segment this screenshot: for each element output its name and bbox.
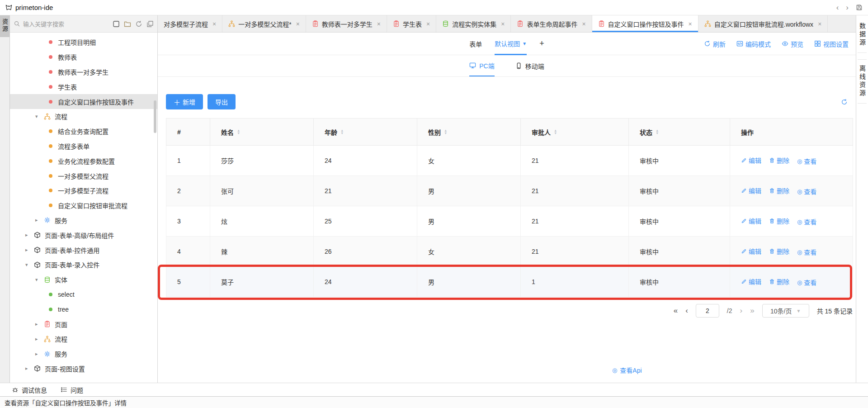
sort-icon[interactable]: ▲▼: [340, 129, 344, 135]
chevron-down-icon[interactable]: ▾: [25, 262, 32, 268]
view-link[interactable]: ◎查看: [797, 157, 816, 166]
view-link[interactable]: ◎查看: [797, 278, 816, 287]
edit-link[interactable]: 编辑: [741, 156, 761, 165]
close-icon[interactable]: ×: [818, 20, 821, 28]
prev-page-button[interactable]: ‹: [685, 306, 688, 315]
delete-link[interactable]: 删除: [769, 247, 789, 256]
close-icon[interactable]: ×: [377, 20, 381, 28]
view-link[interactable]: ◎查看: [797, 217, 816, 226]
add-view-button[interactable]: +: [539, 39, 544, 48]
tree-item[interactable]: 流程多表单: [10, 139, 157, 154]
locate-file-icon[interactable]: [113, 20, 120, 28]
tree-item-selected[interactable]: 自定义窗口操作按钮及事件: [10, 94, 157, 109]
save-icon[interactable]: [856, 4, 863, 11]
history-back-button[interactable]: ‹: [836, 4, 839, 11]
edit-link[interactable]: 编辑: [741, 216, 761, 225]
chevron-down-icon[interactable]: ▾: [35, 277, 42, 283]
tree-item[interactable]: select: [10, 287, 157, 302]
col-approver[interactable]: 审批人▲▼: [521, 119, 629, 146]
close-icon[interactable]: ×: [582, 20, 585, 28]
tab-pc[interactable]: PC端: [469, 55, 494, 76]
chevron-right-icon[interactable]: ▸: [25, 365, 32, 371]
view-api-link[interactable]: ◎ 查看Api: [612, 365, 642, 375]
editor-tab[interactable]: 自定义窗口按钮审批流程.workflowx×: [698, 15, 828, 32]
chevron-right-icon[interactable]: ▸: [25, 247, 32, 253]
delete-link[interactable]: 删除: [769, 277, 789, 286]
add-button[interactable]: ＋新增: [166, 94, 203, 109]
close-icon[interactable]: ×: [212, 20, 216, 28]
close-icon[interactable]: ×: [501, 20, 505, 28]
tree-item[interactable]: 一对多模型父流程: [10, 168, 157, 183]
delete-link[interactable]: 删除: [769, 156, 789, 165]
tree-group[interactable]: ▾页面-表单-录入控件: [10, 257, 157, 272]
last-page-button[interactable]: »: [750, 306, 754, 315]
tree-item[interactable]: 自定义窗口按钮审批流程: [10, 198, 157, 213]
sort-icon[interactable]: ▲▼: [444, 129, 447, 135]
collapse-all-icon[interactable]: [146, 20, 154, 28]
code-mode-button[interactable]: 编码模式: [736, 39, 771, 48]
resources-rail-tab[interactable]: 资源: [0, 15, 9, 37]
table-row[interactable]: 4辣26女21审核中 编辑删除◎查看: [166, 237, 853, 267]
delete-link[interactable]: 删除: [769, 216, 789, 225]
edit-link[interactable]: 编辑: [741, 186, 761, 195]
chevron-right-icon[interactable]: ▸: [35, 217, 42, 223]
tree-item[interactable]: 结合业务查询配置: [10, 124, 157, 139]
first-page-button[interactable]: «: [674, 306, 678, 315]
tree-item[interactable]: 一对多模型子流程: [10, 183, 157, 198]
delete-link[interactable]: 删除: [769, 186, 789, 195]
tree-group[interactable]: ▸页面-表单-高级/布局组件: [10, 228, 157, 242]
col-gender[interactable]: 性别▲▼: [417, 119, 521, 146]
edit-link[interactable]: 编辑: [741, 277, 761, 286]
new-folder-icon[interactable]: [124, 20, 131, 28]
editor-tab[interactable]: 教师表一对多学生×: [306, 15, 387, 32]
view-settings-button[interactable]: 视图设置: [814, 39, 849, 48]
col-age[interactable]: 年龄▲▼: [314, 119, 417, 146]
tree-item[interactable]: 工程项目明细: [10, 35, 157, 50]
sort-icon[interactable]: ▲▼: [554, 129, 557, 135]
problems-button[interactable]: 问题: [61, 385, 83, 394]
chevron-right-icon[interactable]: ▸: [35, 336, 42, 342]
table-refresh-icon[interactable]: [841, 99, 848, 105]
editor-tab-active[interactable]: 自定义窗口操作按钮及事件×: [592, 15, 698, 32]
chevron-right-icon[interactable]: ▸: [35, 351, 42, 357]
preview-button[interactable]: 预览: [782, 39, 803, 48]
col-name[interactable]: 姓名▲▼: [210, 119, 314, 146]
tree-item[interactable]: 教师表: [10, 50, 157, 65]
tree-group[interactable]: ▸页面-视图设置: [10, 361, 157, 376]
search-input[interactable]: 输入关键字搜索: [14, 19, 109, 28]
view-link[interactable]: ◎查看: [797, 187, 816, 196]
debug-info-button[interactable]: 调试信息: [12, 385, 47, 394]
tree-group[interactable]: ▸服务: [10, 213, 157, 228]
history-forward-button[interactable]: ›: [846, 4, 849, 11]
tree-item[interactable]: tree: [10, 302, 157, 317]
edit-link[interactable]: 编辑: [741, 247, 761, 256]
table-row[interactable]: 1莎莎24女21审核中 编辑删除◎查看: [166, 146, 853, 176]
refresh-tree-icon[interactable]: [135, 20, 142, 28]
tree-group[interactable]: ▸页面-表单-控件通用: [10, 242, 157, 257]
tree-group[interactable]: ▸服务: [10, 346, 157, 361]
page-input[interactable]: 2: [696, 304, 719, 318]
sort-icon[interactable]: ▲▼: [656, 129, 659, 135]
chevron-right-icon[interactable]: ▸: [25, 232, 32, 238]
tree-group[interactable]: ▸页面: [10, 317, 157, 332]
tree-item[interactable]: 教师表一对多学生: [10, 65, 157, 80]
page-size-select[interactable]: 10条/页▼: [762, 304, 809, 318]
editor-tab[interactable]: 对多模型子流程×: [158, 15, 222, 32]
sidebar-scrollbar[interactable]: [154, 100, 156, 133]
tree-item[interactable]: 业务化流程参数配置: [10, 153, 157, 168]
tree-group[interactable]: ▾流程: [10, 109, 157, 124]
editor-tab[interactable]: 表单生命周起事件×: [511, 15, 592, 32]
chevron-right-icon[interactable]: ▸: [35, 321, 42, 327]
tab-mobile[interactable]: 移动端: [515, 55, 544, 76]
table-row[interactable]: 3炫25男21审核中 编辑删除◎查看: [166, 206, 853, 237]
view-link[interactable]: ◎查看: [797, 247, 816, 256]
editor-tab[interactable]: 流程实例实体集×: [436, 15, 511, 32]
table-row-highlighted[interactable]: 5莫子24男1审核中 编辑删除◎查看: [166, 267, 853, 297]
refresh-button[interactable]: 刷新: [704, 39, 726, 48]
sort-icon[interactable]: ▲▼: [237, 129, 240, 135]
tree-group[interactable]: ▸流程: [10, 332, 157, 346]
next-page-button[interactable]: ›: [740, 306, 743, 315]
close-icon[interactable]: ×: [296, 20, 300, 28]
close-icon[interactable]: ×: [689, 20, 692, 28]
table-row[interactable]: 2张可21男21审核中 编辑删除◎查看: [166, 176, 853, 206]
